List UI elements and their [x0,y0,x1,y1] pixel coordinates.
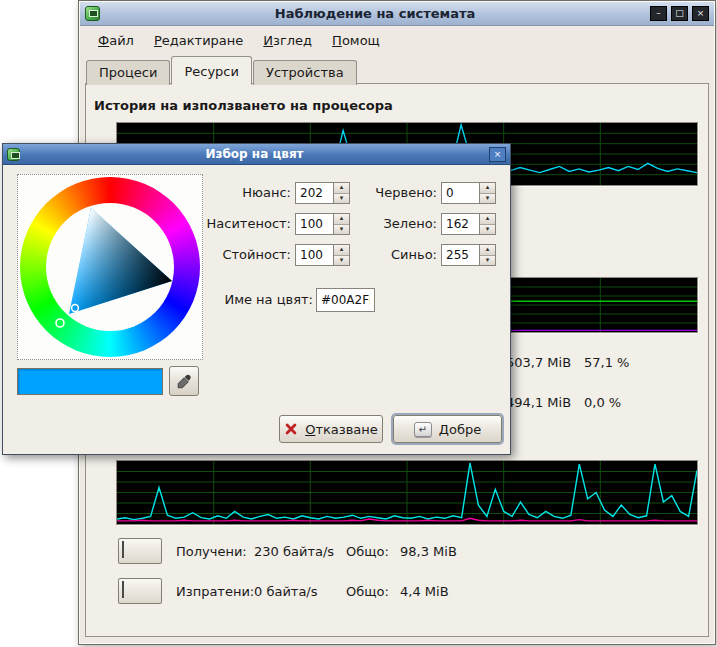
saturation-spinner[interactable]: ▴ ▾ [295,213,350,235]
network-history-chart [116,460,698,525]
chevron-up-icon[interactable]: ▴ [480,183,495,193]
sent-rate: 0 байта/s [254,584,346,599]
green-input[interactable] [442,214,479,234]
dialog-titlebar[interactable]: Избор на цвят × [3,144,510,165]
minimize-button[interactable]: – [650,6,667,21]
eyedropper-button[interactable] [169,366,199,396]
color-preview [17,368,163,395]
tab-processes[interactable]: Процеси [86,60,170,85]
chevron-up-icon[interactable]: ▴ [334,183,349,193]
hue-spin-buttons: ▴ ▾ [333,183,349,203]
saturation-label: Наситеност: [201,216,291,231]
blue-label: Синьо: [357,247,437,262]
ok-button[interactable]: ↵ Добре [393,415,502,443]
hue-input[interactable] [296,183,333,203]
value-spinner[interactable]: ▴ ▾ [295,244,350,266]
window-title: Наблюдение на системата [104,6,646,21]
network-sent-row: Изпратени: 0 байта/s Общо: 4,4 MiB [118,578,449,604]
swap-value: 494,1 MiB [506,395,584,410]
sent-label: Изпратени: [176,584,254,599]
sent-color-swatch [122,581,124,598]
menu-file[interactable]: Файл [89,29,143,52]
menu-view[interactable]: Изглед [254,29,321,52]
received-total-label: Общо: [346,544,400,559]
red-spin-buttons: ▴ ▾ [479,183,495,203]
blue-spin-buttons: ▴ ▾ [479,245,495,265]
received-total-value: 98,3 MiB [400,544,457,559]
menu-help[interactable]: Помощ [323,29,389,52]
chevron-up-icon[interactable]: ▴ [480,214,495,224]
color-wheel[interactable] [17,174,203,360]
enter-key-icon: ↵ [414,422,432,437]
network-received-row: Получени: 230 байта/s Общо: 98,3 MiB [118,538,457,564]
value-spin-buttons: ▴ ▾ [333,245,349,265]
color-name-label: Име на цвят: [203,292,313,307]
memory-usage-row: 503,7 MiB 57,1 % [506,355,629,370]
ok-button-label: Добре [439,422,481,437]
color-name-input[interactable] [316,288,375,312]
memory-value: 503,7 MiB [506,355,584,370]
green-label: Зелено: [357,216,437,231]
dialog-close-button[interactable]: × [489,147,506,162]
red-spinner[interactable]: ▴ ▾ [441,182,496,204]
blue-spinner[interactable]: ▴ ▾ [441,244,496,266]
chevron-down-icon[interactable]: ▾ [334,193,349,204]
value-label: Стойност: [201,247,291,262]
chevron-down-icon[interactable]: ▾ [334,255,349,266]
saturation-spin-buttons: ▴ ▾ [333,214,349,234]
hue-spinner[interactable]: ▴ ▾ [295,182,350,204]
menubar: Файл Редактиране Изглед Помощ [81,27,713,54]
hue-label: Нюанс: [201,185,291,200]
red-x-icon [284,422,298,436]
received-rate: 230 байта/s [254,544,346,559]
red-input[interactable] [442,183,479,203]
chevron-down-icon[interactable]: ▾ [480,193,495,204]
dialog-app-icon [7,148,20,161]
swap-percent: 0,0 % [584,395,621,410]
chevron-down-icon[interactable]: ▾ [334,224,349,235]
sent-total-label: Общо: [346,584,400,599]
memory-percent: 57,1 % [584,355,629,370]
cpu-history-heading: История на използването на процесора [94,98,393,113]
saturation-input[interactable] [296,214,333,234]
chevron-up-icon[interactable]: ▴ [334,214,349,224]
received-label: Получени: [176,544,254,559]
titlebar[interactable]: Наблюдение на системата – □ × [80,2,714,26]
saturation-value-triangle[interactable] [18,175,204,361]
sent-color-button[interactable] [118,578,162,604]
value-input[interactable] [296,245,333,265]
chevron-up-icon[interactable]: ▴ [334,245,349,255]
maximize-button[interactable]: □ [671,6,688,21]
sent-total-value: 4,4 MiB [400,584,449,599]
green-spinner[interactable]: ▴ ▾ [441,213,496,235]
blue-input[interactable] [442,245,479,265]
green-spin-buttons: ▴ ▾ [479,214,495,234]
dialog-title: Избор на цвят [24,147,485,161]
chevron-up-icon[interactable]: ▴ [480,245,495,255]
color-picker-dialog: Избор на цвят × Нюанс: ▴ ▾ [2,143,511,455]
hue-ring-marker[interactable] [56,319,64,327]
triangle-black-gradient [69,208,172,314]
tab-resources[interactable]: Ресурси [171,56,252,85]
chevron-down-icon[interactable]: ▾ [480,224,495,235]
chevron-down-icon[interactable]: ▾ [480,255,495,266]
close-button[interactable]: × [692,6,709,21]
tab-devices[interactable]: Устройства [253,60,357,85]
swap-usage-row: 494,1 MiB 0,0 % [506,395,621,410]
received-color-swatch [122,541,124,558]
menu-edit[interactable]: Редактиране [145,29,252,52]
eyedropper-icon [176,373,193,390]
received-color-button[interactable] [118,538,162,564]
system-monitor-icon [85,6,100,21]
red-label: Червено: [357,185,437,200]
cancel-button-label: Отказване [305,422,378,437]
tabstrip: Процеси Ресурси Устройства [86,56,358,84]
cancel-button[interactable]: Отказване [279,415,383,443]
